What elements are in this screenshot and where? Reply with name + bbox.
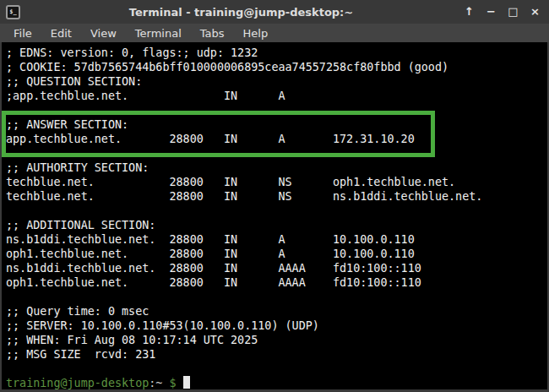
terminal-icon: $_ xyxy=(6,5,20,19)
menu-item-file[interactable]: File xyxy=(4,25,41,41)
terminal-frame: ; EDNS: version: 0, flags:; udp: 1232; C… xyxy=(0,42,549,392)
terminal-window: $_ Terminal - training@jump-desktop:~ ↑ … xyxy=(0,0,549,392)
terminal-line: ns.b1ddi.techblue.net. 28800 IN A 10.100… xyxy=(6,232,547,247)
terminal-line: ;app.techblue.net. IN A xyxy=(6,89,547,103)
prompt-path: :~ xyxy=(149,377,162,389)
menu-item-tabs[interactable]: Tabs xyxy=(191,25,234,41)
menu-item-help[interactable]: Help xyxy=(234,25,278,41)
minimize-button[interactable]: − xyxy=(484,3,498,20)
prompt-user-host: training@jump-desktop xyxy=(6,377,149,389)
terminal-line: ns.b1ddi.techblue.net. 28800 IN AAAA fd1… xyxy=(6,261,547,275)
menu-item-edit[interactable]: Edit xyxy=(41,25,81,41)
terminal-line: ; EDNS: version: 0, flags:; udp: 1232 xyxy=(6,46,547,60)
menu-bar: FileEditViewTerminalTabsHelp xyxy=(0,24,549,42)
terminal-line: techblue.net. 28800 IN NS oph1.techblue.… xyxy=(6,175,547,189)
terminal-line xyxy=(6,103,547,117)
terminal-lines: ; EDNS: version: 0, flags:; udp: 1232; C… xyxy=(6,46,547,376)
shell-prompt: training@jump-desktop:~ $ xyxy=(6,376,547,389)
menu-item-terminal[interactable]: Terminal xyxy=(126,25,191,41)
terminal-line: oph1.techblue.net. 28800 IN AAAA fd10:10… xyxy=(6,275,547,290)
terminal-line: ;; ADDITIONAL SECTION: xyxy=(6,218,547,232)
terminal-line: ;; ANSWER SECTION: xyxy=(6,117,547,132)
terminal-line: app.techblue.net. 28800 IN A 172.31.10.2… xyxy=(6,132,547,146)
terminal-line: ;; MSG SIZE rcvd: 231 xyxy=(6,347,547,362)
terminal-line: ;; SERVER: 10.100.0.110#53(10.100.0.110)… xyxy=(6,318,547,333)
terminal-line: ;; AUTHORITY SECTION: xyxy=(6,161,547,175)
terminal-line: ;; WHEN: Fri Aug 08 10:17:14 UTC 2025 xyxy=(6,333,547,347)
close-button[interactable]: × xyxy=(528,3,542,20)
terminal-line: oph1.techblue.net. 28800 IN A 10.100.0.1… xyxy=(6,247,547,261)
terminal-output[interactable]: ; EDNS: version: 0, flags:; udp: 1232; C… xyxy=(2,42,547,389)
rollup-button[interactable]: ↑ xyxy=(462,3,476,20)
terminal-line xyxy=(6,290,547,304)
prompt-symbol: $ xyxy=(170,377,177,389)
terminal-line: techblue.net. 28800 IN NS ns.b1ddi.techb… xyxy=(6,189,547,204)
window-title: Terminal - training@jump-desktop:~ xyxy=(20,6,462,19)
terminal-line: ;; QUESTION SECTION: xyxy=(6,74,547,89)
title-bar: $_ Terminal - training@jump-desktop:~ ↑ … xyxy=(0,0,549,24)
terminal-cursor xyxy=(183,376,190,389)
maximize-button[interactable]: □ xyxy=(506,3,520,20)
window-controls: ↑ − □ × xyxy=(462,3,542,20)
terminal-line xyxy=(6,362,547,376)
terminal-line: ;; Query time: 0 msec xyxy=(6,304,547,318)
terminal-line xyxy=(6,146,547,161)
menu-item-view[interactable]: View xyxy=(81,25,126,41)
terminal-line xyxy=(6,204,547,218)
terminal-line: ; COOKIE: 57db7565744b6bff010000006895ce… xyxy=(6,60,547,74)
